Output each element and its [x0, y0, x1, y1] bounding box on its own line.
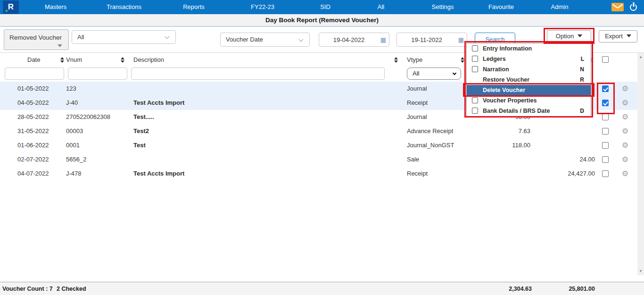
option-menu: Entry Information Ledgers L Narration N … [466, 43, 591, 117]
cell-vtype: Journal_NonGST [407, 138, 473, 152]
voucher-count-label: Voucher Count : 7 [2, 282, 53, 295]
nav-item-masters[interactable]: Masters [45, 0, 66, 14]
date-mode-select[interactable]: Voucher Date [220, 33, 310, 47]
chevron-down-icon [299, 37, 304, 42]
option-menu-item[interactable]: Voucher Properties [467, 95, 591, 106]
status-bar: Voucher Count : 7 2 Checked 2,304.63 25,… [0, 282, 644, 295]
gear-icon[interactable]: ⚙ [620, 138, 630, 152]
power-icon[interactable] [630, 4, 637, 11]
credit-total: 25,801.00 [542, 282, 595, 295]
row-checkbox[interactable] [602, 156, 609, 163]
nav-item-transactions[interactable]: Transactions [107, 0, 141, 14]
cell-vnum: 5656_2 [66, 152, 130, 167]
date-from-input[interactable] [319, 33, 389, 46]
cell-description [133, 152, 390, 167]
vnum-filter-input[interactable] [68, 67, 127, 80]
menu-item-checkbox[interactable] [472, 45, 478, 51]
company-select[interactable]: All [72, 30, 176, 44]
sort-icon[interactable] [121, 57, 124, 63]
cell-description [133, 82, 390, 96]
app-logo-icon[interactable]: R [3, 0, 19, 14]
chevron-down-icon [453, 71, 456, 75]
cell-vtype: Receipt [407, 167, 473, 181]
cell-vnum: 00003 [66, 124, 130, 138]
cell-description: Test Accts Import [133, 167, 390, 181]
cell-date: 01-06-2022 [17, 138, 65, 152]
select-all-checkbox[interactable] [602, 56, 609, 63]
date-filter-input[interactable] [5, 67, 64, 80]
nav-item-fy22-23[interactable]: FY22-23 [251, 0, 274, 14]
column-header-vnum[interactable]: Vnum [66, 53, 82, 67]
menu-item-checkbox[interactable] [472, 66, 478, 72]
sort-icon[interactable] [461, 57, 464, 63]
nav-item-settings[interactable]: Settings [432, 0, 454, 14]
vtype-filter-select[interactable]: All [407, 67, 461, 80]
row-checkbox[interactable] [602, 170, 609, 177]
row-checkbox[interactable] [602, 85, 609, 92]
gear-icon[interactable]: ⚙ [620, 82, 630, 96]
cell-description: Test..... [133, 110, 390, 124]
cell-debit [481, 152, 530, 167]
table-row[interactable]: 01-06-2022 0001 Test Journal_NonGST 118.… [0, 138, 637, 152]
cell-debit [481, 167, 530, 181]
gear-icon[interactable]: ⚙ [620, 110, 630, 124]
row-checkbox[interactable] [602, 100, 609, 106]
date-to-input[interactable] [397, 33, 467, 46]
report-type-dropdown[interactable]: Removed Voucher [4, 29, 69, 50]
top-nav: R MastersTransactionsReportsFY22-23SIDAl… [0, 0, 644, 14]
calendar-icon[interactable]: ▦ [458, 36, 464, 43]
option-menu-item[interactable]: Restore Voucher R [467, 75, 591, 85]
cell-credit [542, 138, 595, 152]
export-button[interactable]: Export [599, 30, 637, 42]
cell-vnum: 2705220062308 [66, 110, 130, 124]
sort-icon[interactable] [394, 57, 398, 63]
mail-icon[interactable] [611, 3, 624, 11]
table-row[interactable]: 31-05-2022 00003 Test2 Advance Receipt 7… [0, 124, 637, 138]
date-from-field: ▦ [319, 33, 389, 47]
caret-down-icon [627, 34, 631, 37]
cell-date: 31-05-2022 [17, 124, 65, 138]
row-checkbox[interactable] [602, 142, 609, 149]
option-button[interactable]: Option [547, 30, 591, 42]
menu-item-checkbox[interactable] [472, 108, 478, 114]
cell-date: 04-05-2022 [17, 96, 65, 110]
calendar-icon[interactable]: ▦ [380, 36, 386, 43]
cell-vnum: 0001 [66, 138, 130, 152]
row-checkbox[interactable] [602, 128, 609, 135]
description-filter-input[interactable] [131, 67, 385, 80]
sort-icon[interactable] [60, 57, 64, 63]
scroll-down-icon[interactable]: ▼ [637, 269, 644, 273]
option-menu-item[interactable]: Delete Voucher [467, 85, 591, 95]
option-menu-item[interactable]: Entry Information [467, 43, 591, 54]
nav-item-admin[interactable]: Admin [551, 0, 569, 14]
nav-item-sid[interactable]: SID [320, 0, 330, 14]
gear-icon[interactable]: ⚙ [620, 96, 630, 110]
option-menu-item[interactable]: Ledgers L [467, 54, 591, 64]
cell-date: 01-05-2022 [17, 82, 65, 96]
column-header-description[interactable]: Description [133, 53, 164, 67]
table-row[interactable]: 02-07-2022 5656_2 Sale 24.00 ⚙ [0, 152, 637, 167]
cell-description: Test [133, 138, 390, 152]
debit-total: 2,304.63 [480, 282, 532, 295]
cell-credit: 24,427.00 [542, 167, 595, 181]
gear-icon[interactable]: ⚙ [620, 167, 630, 181]
vertical-scrollbar[interactable]: ▲ ▼ [637, 53, 644, 275]
chevron-down-icon [58, 44, 62, 47]
option-menu-item[interactable]: Bank Details / BRS Date D [467, 106, 591, 116]
gear-icon[interactable]: ⚙ [620, 124, 630, 138]
menu-item-checkbox[interactable] [472, 97, 478, 103]
table-row[interactable]: 04-07-2022 J-478 Test Accts Import Recei… [0, 167, 637, 181]
nav-item-favourite[interactable]: Favourite [488, 0, 514, 14]
scroll-up-icon[interactable]: ▲ [637, 55, 644, 59]
menu-item-checkbox[interactable] [472, 56, 478, 62]
option-menu-item[interactable]: Narration N [467, 64, 591, 75]
nav-item-all[interactable]: All [378, 0, 384, 14]
gear-icon[interactable]: ⚙ [620, 152, 630, 167]
chevron-down-icon [165, 34, 170, 39]
cell-vtype: Journal [407, 110, 473, 124]
column-header-vtype[interactable]: Vtype [407, 53, 422, 67]
column-header-date[interactable]: Date [27, 53, 40, 67]
page-title: Day Book Report (Removed Voucher) [0, 14, 644, 27]
nav-item-reports[interactable]: Reports [183, 0, 205, 14]
row-checkbox[interactable] [602, 114, 609, 120]
